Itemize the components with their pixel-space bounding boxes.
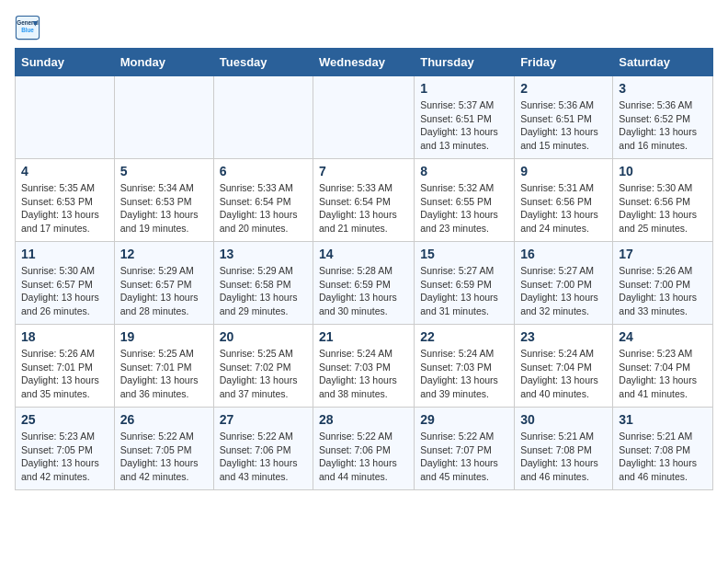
day-info: Sunrise: 5:29 AM Sunset: 6:58 PM Dayligh… (220, 264, 307, 318)
svg-text:Blue: Blue (21, 27, 34, 33)
day-info: Sunrise: 5:28 AM Sunset: 6:59 PM Dayligh… (319, 264, 408, 318)
day-number: 3 (619, 81, 707, 96)
calendar-cell: 16Sunrise: 5:27 AM Sunset: 7:00 PM Dayli… (515, 242, 613, 325)
day-number: 28 (319, 412, 408, 427)
day-number: 13 (220, 247, 307, 261)
calendar-cell: 25Sunrise: 5:23 AM Sunset: 7:05 PM Dayli… (16, 408, 115, 490)
day-number: 27 (220, 412, 307, 427)
calendar-cell: 30Sunrise: 5:21 AM Sunset: 7:08 PM Dayli… (515, 408, 613, 490)
header-sunday: Sunday (16, 49, 115, 76)
calendar-cell: 27Sunrise: 5:22 AM Sunset: 7:06 PM Dayli… (213, 408, 313, 490)
day-info: Sunrise: 5:24 AM Sunset: 7:03 PM Dayligh… (420, 347, 508, 401)
day-info: Sunrise: 5:32 AM Sunset: 6:55 PM Dayligh… (420, 181, 508, 236)
logo: General Blue (15, 15, 44, 40)
day-info: Sunrise: 5:36 AM Sunset: 6:52 PM Dayligh… (619, 98, 707, 153)
calendar-cell: 21Sunrise: 5:24 AM Sunset: 7:03 PM Dayli… (313, 325, 415, 408)
day-number: 8 (420, 164, 508, 178)
calendar-cell (114, 76, 213, 159)
week-row-4: 18Sunrise: 5:26 AM Sunset: 7:01 PM Dayli… (16, 325, 713, 408)
calendar-cell (16, 76, 115, 159)
calendar-cell: 13Sunrise: 5:29 AM Sunset: 6:58 PM Dayli… (213, 242, 313, 325)
day-info: Sunrise: 5:27 AM Sunset: 6:59 PM Dayligh… (420, 264, 508, 318)
day-number: 26 (120, 412, 208, 427)
day-info: Sunrise: 5:24 AM Sunset: 7:03 PM Dayligh… (319, 347, 408, 401)
day-info: Sunrise: 5:22 AM Sunset: 7:05 PM Dayligh… (120, 430, 208, 484)
calendar-cell: 5Sunrise: 5:34 AM Sunset: 6:53 PM Daylig… (114, 159, 213, 242)
week-row-2: 4Sunrise: 5:35 AM Sunset: 6:53 PM Daylig… (16, 159, 713, 242)
header-monday: Monday (114, 49, 213, 76)
calendar-cell: 29Sunrise: 5:22 AM Sunset: 7:07 PM Dayli… (415, 408, 515, 490)
day-info: Sunrise: 5:26 AM Sunset: 7:01 PM Dayligh… (21, 347, 108, 401)
day-info: Sunrise: 5:27 AM Sunset: 7:00 PM Dayligh… (520, 264, 607, 318)
week-row-3: 11Sunrise: 5:30 AM Sunset: 6:57 PM Dayli… (16, 242, 713, 325)
day-number: 30 (520, 412, 607, 427)
day-info: Sunrise: 5:23 AM Sunset: 7:05 PM Dayligh… (21, 430, 108, 484)
day-number: 6 (220, 164, 307, 178)
day-number: 10 (619, 164, 707, 178)
day-number: 31 (619, 412, 707, 427)
day-info: Sunrise: 5:25 AM Sunset: 7:02 PM Dayligh… (220, 347, 307, 401)
calendar-cell: 23Sunrise: 5:24 AM Sunset: 7:04 PM Dayli… (515, 325, 613, 408)
calendar-cell: 2Sunrise: 5:36 AM Sunset: 6:51 PM Daylig… (515, 76, 613, 159)
day-info: Sunrise: 5:26 AM Sunset: 7:00 PM Dayligh… (619, 264, 707, 318)
calendar-cell: 15Sunrise: 5:27 AM Sunset: 6:59 PM Dayli… (415, 242, 515, 325)
calendar-cell (213, 76, 313, 159)
day-info: Sunrise: 5:30 AM Sunset: 6:56 PM Dayligh… (619, 181, 707, 236)
day-number: 7 (319, 164, 408, 178)
day-info: Sunrise: 5:24 AM Sunset: 7:04 PM Dayligh… (520, 347, 607, 401)
calendar-cell: 8Sunrise: 5:32 AM Sunset: 6:55 PM Daylig… (415, 159, 515, 242)
day-info: Sunrise: 5:33 AM Sunset: 6:54 PM Dayligh… (220, 181, 307, 236)
header-wednesday: Wednesday (313, 49, 415, 76)
day-number: 15 (420, 247, 508, 261)
day-info: Sunrise: 5:35 AM Sunset: 6:53 PM Dayligh… (21, 181, 108, 236)
calendar-cell: 3Sunrise: 5:36 AM Sunset: 6:52 PM Daylig… (613, 76, 713, 159)
calendar-cell: 19Sunrise: 5:25 AM Sunset: 7:01 PM Dayli… (114, 325, 213, 408)
day-number: 19 (120, 329, 208, 344)
day-number: 29 (420, 412, 508, 427)
day-number: 9 (520, 164, 607, 178)
header-saturday: Saturday (613, 49, 713, 76)
calendar-cell: 17Sunrise: 5:26 AM Sunset: 7:00 PM Dayli… (613, 242, 713, 325)
day-info: Sunrise: 5:22 AM Sunset: 7:06 PM Dayligh… (319, 430, 408, 484)
calendar-cell: 4Sunrise: 5:35 AM Sunset: 6:53 PM Daylig… (16, 159, 115, 242)
day-number: 21 (319, 329, 408, 344)
calendar-cell: 9Sunrise: 5:31 AM Sunset: 6:56 PM Daylig… (515, 159, 613, 242)
calendar-cell: 7Sunrise: 5:33 AM Sunset: 6:54 PM Daylig… (313, 159, 415, 242)
day-number: 25 (21, 412, 108, 427)
calendar-cell: 11Sunrise: 5:30 AM Sunset: 6:57 PM Dayli… (16, 242, 115, 325)
calendar-cell: 10Sunrise: 5:30 AM Sunset: 6:56 PM Dayli… (613, 159, 713, 242)
day-number: 12 (120, 247, 208, 261)
day-number: 17 (619, 247, 707, 261)
day-info: Sunrise: 5:23 AM Sunset: 7:04 PM Dayligh… (619, 347, 707, 401)
week-row-1: 1Sunrise: 5:37 AM Sunset: 6:51 PM Daylig… (16, 76, 713, 159)
calendar-cell: 12Sunrise: 5:29 AM Sunset: 6:57 PM Dayli… (114, 242, 213, 325)
day-number: 11 (21, 247, 108, 261)
calendar-cell: 26Sunrise: 5:22 AM Sunset: 7:05 PM Dayli… (114, 408, 213, 490)
calendar-table: SundayMondayTuesdayWednesdayThursdayFrid… (15, 48, 713, 490)
header-thursday: Thursday (415, 49, 515, 76)
calendar-cell: 18Sunrise: 5:26 AM Sunset: 7:01 PM Dayli… (16, 325, 115, 408)
day-info: Sunrise: 5:29 AM Sunset: 6:57 PM Dayligh… (120, 264, 208, 318)
week-row-5: 25Sunrise: 5:23 AM Sunset: 7:05 PM Dayli… (16, 408, 713, 490)
day-number: 1 (420, 81, 508, 96)
day-number: 20 (220, 329, 307, 344)
day-info: Sunrise: 5:36 AM Sunset: 6:51 PM Dayligh… (520, 98, 607, 153)
calendar-cell: 1Sunrise: 5:37 AM Sunset: 6:51 PM Daylig… (415, 76, 515, 159)
day-number: 24 (619, 329, 707, 344)
calendar-cell: 6Sunrise: 5:33 AM Sunset: 6:54 PM Daylig… (213, 159, 313, 242)
day-number: 2 (520, 81, 607, 96)
day-info: Sunrise: 5:21 AM Sunset: 7:08 PM Dayligh… (619, 430, 707, 484)
day-number: 23 (520, 329, 607, 344)
calendar-cell: 22Sunrise: 5:24 AM Sunset: 7:03 PM Dayli… (415, 325, 515, 408)
calendar-cell: 28Sunrise: 5:22 AM Sunset: 7:06 PM Dayli… (313, 408, 415, 490)
day-info: Sunrise: 5:33 AM Sunset: 6:54 PM Dayligh… (319, 181, 408, 236)
day-number: 18 (21, 329, 108, 344)
day-info: Sunrise: 5:21 AM Sunset: 7:08 PM Dayligh… (520, 430, 607, 484)
calendar-cell: 20Sunrise: 5:25 AM Sunset: 7:02 PM Dayli… (213, 325, 313, 408)
calendar-cell: 31Sunrise: 5:21 AM Sunset: 7:08 PM Dayli… (613, 408, 713, 490)
day-info: Sunrise: 5:34 AM Sunset: 6:53 PM Dayligh… (120, 181, 208, 236)
day-info: Sunrise: 5:30 AM Sunset: 6:57 PM Dayligh… (21, 264, 108, 318)
day-number: 22 (420, 329, 508, 344)
page-header: General Blue (15, 15, 713, 40)
day-number: 4 (21, 164, 108, 178)
